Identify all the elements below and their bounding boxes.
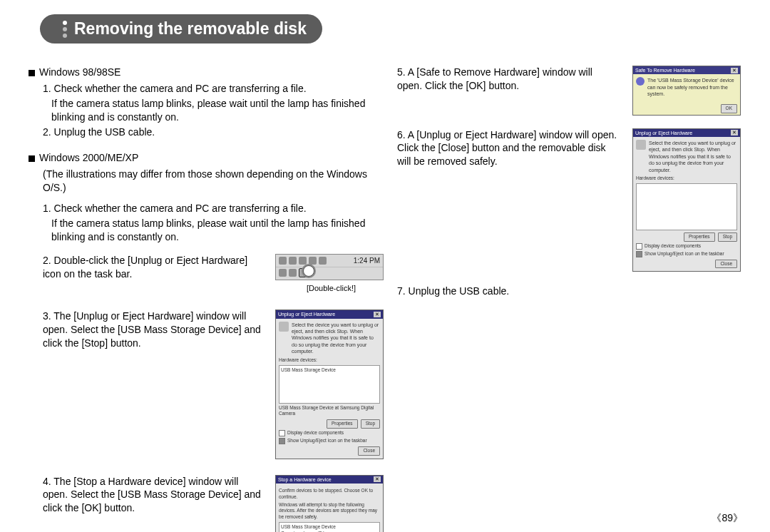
bullet-square-icon [29, 155, 35, 162]
close-icon[interactable]: ✕ [374, 476, 381, 482]
close-icon[interactable]: ✕ [374, 312, 381, 317]
display-components-checkbox[interactable]: Display device components [279, 430, 380, 436]
info-icon [636, 77, 645, 86]
step-text: If the camera status lamp blinks, please… [43, 97, 387, 124]
title-dots-icon [63, 21, 67, 38]
page-title-text: Removing the removable disk [74, 19, 307, 39]
hardware-label: Hardware devices: [636, 175, 737, 182]
step-text: 4. The [Stop a Hardware device] window w… [43, 475, 265, 516]
dialog-hint: Select the device you want to unplug or … [649, 140, 737, 173]
step-text: 5. A [Safe to Remove Hardware] window wi… [397, 66, 620, 93]
dialog-hint: Confirm devices to be stopped. Choose OK… [279, 488, 380, 501]
tray-icon [289, 269, 297, 277]
taskbar-clock: 1:24 PM [354, 256, 380, 266]
bullet-square-icon [29, 70, 35, 76]
ok-button[interactable]: OK [721, 104, 737, 113]
section-win98: Windows 98/98SE 1. Check whether the cam… [27, 66, 387, 138]
cursor-icon [303, 265, 314, 277]
balloon-title: Safe To Remove Hardware [635, 67, 695, 73]
figure-taskbar: 1:24 PM [Double-click!] [275, 254, 387, 294]
close-icon[interactable]: ✕ [731, 68, 738, 73]
figure-safe-balloon: Safe To Remove Hardware✕ The 'USB Mass S… [632, 66, 746, 116]
close-icon[interactable]: ✕ [731, 130, 738, 135]
device-list[interactable] [636, 183, 737, 230]
close-button[interactable]: Close [358, 446, 380, 456]
stop-button[interactable]: Stop [361, 419, 380, 429]
unplug-dialog: Unplug or Eject Hardware✕ Select the dev… [275, 310, 384, 459]
dialog-hint: Select the device you want to unplug or … [292, 322, 380, 355]
step-text: 7. Unplug the USB cable. [397, 285, 620, 298]
balloon-message: The 'USB Mass Storage Device' device can… [647, 77, 737, 97]
step-text: 2. Double-click the [Unplug or Eject Har… [43, 254, 265, 281]
stop-dialog: Stop a Hardware device✕ Confirm devices … [275, 475, 384, 532]
device-list[interactable]: USB Mass Storage Device [279, 365, 380, 404]
unplug-dialog: Unplug or Eject Hardware✕ Select the dev… [632, 128, 741, 272]
display-components-checkbox[interactable]: Display device components [636, 243, 737, 250]
eject-icon [636, 140, 646, 150]
tray-icon [299, 257, 307, 265]
step-text: 1. Check whether the camera and PC are t… [43, 202, 387, 215]
stop-button[interactable]: Stop [718, 232, 737, 242]
dialog-title: Unplug or Eject Hardware [635, 130, 692, 136]
figure-caption: [Double-click!] [275, 283, 387, 294]
tray-icon [309, 257, 317, 265]
eject-icon [279, 322, 289, 332]
dialog-title: Unplug or Eject Hardware [278, 311, 335, 317]
properties-button[interactable]: Properties [327, 419, 358, 429]
left-column: Windows 98/98SE 1. Check whether the cam… [27, 66, 387, 532]
content-body: Windows 98/98SE 1. Check whether the cam… [27, 66, 743, 532]
device-list[interactable]: USB Mass Storage Device Generic volume -… [279, 522, 380, 532]
dialog-hint: Windows will attempt to stop the followi… [279, 502, 380, 521]
section-note: (The illustrations may differ from those… [43, 168, 387, 195]
safe-remove-balloon: Safe To Remove Hardware✕ The 'USB Mass S… [632, 66, 741, 116]
section-heading: Windows 98/98SE [29, 66, 387, 79]
tray-icon [279, 257, 287, 265]
step-text: 2. Unplug the USB cable. [43, 126, 387, 139]
properties-button[interactable]: Properties [684, 232, 715, 242]
figure-unplug-dialog-2: Unplug or Eject Hardware✕ Select the dev… [632, 128, 746, 272]
page-number: 89 [712, 512, 743, 525]
hardware-label: Hardware devices: [279, 357, 380, 364]
step-text: If the camera status lamp blinks, please… [43, 217, 387, 244]
right-column: 5. A [Safe to Remove Hardware] window wi… [397, 66, 746, 532]
title-bar: Removing the removable disk [27, 14, 743, 47]
close-button[interactable]: Close [715, 260, 737, 269]
figure-stop-dialog: Stop a Hardware device✕ Confirm devices … [275, 475, 387, 532]
step-text: 1. Check whether the camera and PC are t… [43, 82, 387, 96]
tray-icon [289, 257, 297, 265]
dialog-title: Stop a Hardware device [278, 476, 332, 483]
show-icon-checkbox[interactable]: Show Unplug/Eject icon on the taskbar [279, 438, 380, 444]
device-desc: USB Mass Storage Device at Samsung Digit… [279, 405, 380, 418]
page-title: Removing the removable disk [40, 14, 322, 44]
section-win2000: Windows 2000/ME/XP (The illustrations ma… [27, 151, 387, 532]
tray-icon [319, 257, 327, 265]
show-icon-checkbox[interactable]: Show Unplug/Eject icon on the taskbar [636, 251, 737, 257]
section-heading: Windows 2000/ME/XP [29, 151, 387, 165]
taskbar-mock: 1:24 PM [275, 254, 384, 281]
tray-icon [279, 269, 287, 277]
step-text: 6. A [Unplug or Eject Hardware] window w… [397, 128, 620, 169]
figure-unplug-dialog: Unplug or Eject Hardware✕ Select the dev… [275, 310, 387, 459]
step-text: 3. The [Unplug or Eject Hardware] window… [43, 310, 265, 350]
